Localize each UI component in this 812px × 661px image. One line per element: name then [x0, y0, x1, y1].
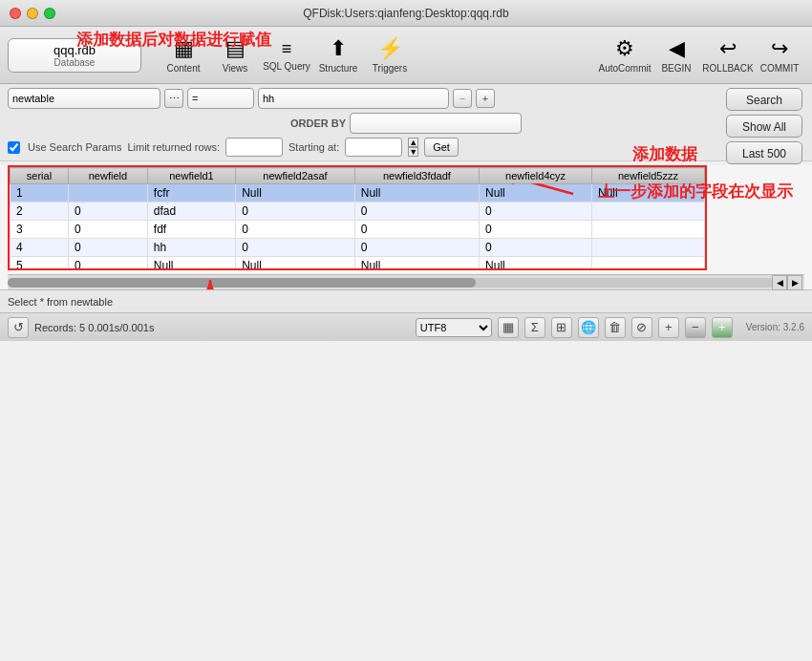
zoom-out-icon[interactable]: − [685, 317, 706, 338]
scroll-left-arrow[interactable]: ◀ [772, 275, 787, 290]
cell-newfield3fdadf[interactable]: 0 [354, 203, 479, 221]
starting-input[interactable] [345, 138, 402, 157]
table-select[interactable]: newtable [8, 88, 160, 109]
version-text: Version: 3.2.6 [746, 322, 804, 332]
cell-newfield1[interactable]: fcfr [147, 184, 235, 203]
cell-newfield5zzz[interactable] [592, 257, 705, 271]
rollback-label: ROLLBACK [702, 63, 753, 74]
last500-button[interactable]: Last 500 [726, 141, 802, 164]
cell-serial[interactable]: 5 [11, 257, 69, 271]
cell-serial[interactable]: 2 [11, 203, 69, 221]
cell-newfield3fdadf[interactable]: 0 [354, 221, 479, 239]
zoom-in-icon[interactable]: + [658, 317, 679, 338]
cell-newfield4cyz[interactable]: 0 [480, 221, 592, 239]
database-selector[interactable]: qqq.rdb Database [8, 38, 141, 73]
cell-serial[interactable]: 1 [11, 184, 69, 203]
get-button[interactable]: Get [424, 138, 459, 157]
autocommit-btn[interactable]: ⚙ AutoCommit [600, 31, 650, 80]
cell-newfield[interactable]: 0 [68, 221, 147, 239]
table-row[interactable]: 40hh000 [11, 239, 705, 257]
grid-icon[interactable]: ⊞ [551, 317, 572, 338]
table-icon-btn[interactable]: ⋯ [164, 89, 183, 108]
triggers-icon: ⚡ [377, 36, 403, 61]
rollback-icon: ↩ [719, 36, 737, 61]
scrollbar-thumb[interactable] [8, 278, 476, 288]
cell-serial[interactable]: 4 [11, 239, 69, 257]
prohibit-icon[interactable]: ⊘ [631, 317, 652, 338]
cell-newfield3fdadf[interactable]: 0 [354, 239, 479, 257]
cell-newfield3fdadf[interactable]: Null [354, 257, 479, 271]
table-row[interactable]: 20dfad000 [11, 203, 705, 221]
scroll-right-arrow[interactable]: ▶ [787, 275, 802, 290]
add-row-icon[interactable]: + [712, 317, 733, 338]
cell-newfield4cyz[interactable]: 0 [480, 203, 592, 221]
operator-select[interactable]: = [187, 88, 254, 109]
cell-newfield5zzz[interactable] [592, 203, 705, 221]
use-search-checkbox[interactable] [8, 141, 20, 154]
cell-newfield5zzz[interactable]: Null [592, 184, 705, 203]
order-by-select[interactable] [350, 113, 522, 134]
cell-newfield4cyz[interactable]: Null [480, 184, 592, 203]
globe-icon[interactable]: 🌐 [578, 317, 599, 338]
table-wrapper[interactable]: serial newfield newfield1 newfield2asaf … [8, 165, 707, 270]
structure-btn[interactable]: ⬆ Structure [313, 31, 363, 80]
query-row1: newtable ⋯ = hh − + [8, 88, 804, 109]
cell-newfield2asaf[interactable]: Null [236, 184, 355, 203]
commit-btn[interactable]: ↪ COMMIT [755, 31, 804, 80]
views-label: Views [223, 63, 248, 74]
scrollbar-track[interactable] [8, 278, 787, 288]
table-row[interactable]: 30fdf000 [11, 221, 705, 239]
table-icon[interactable]: ▦ [498, 317, 519, 338]
cell-newfield5zzz[interactable] [592, 239, 705, 257]
query-bar: newtable ⋯ = hh − + ORDER BY Use Search … [0, 84, 812, 161]
views-icon: ▤ [225, 36, 246, 61]
cell-newfield[interactable]: 0 [68, 257, 147, 271]
cell-newfield4cyz[interactable]: Null [480, 257, 592, 271]
cell-newfield1[interactable]: hh [147, 239, 235, 257]
stepper-down[interactable]: ▼ [408, 147, 418, 157]
encoding-select[interactable]: UTF8 [416, 318, 492, 337]
remove-condition-btn[interactable]: − [453, 89, 472, 108]
db-label: Database [54, 57, 96, 68]
cell-newfield3fdadf[interactable]: Null [354, 184, 479, 203]
cell-newfield[interactable]: 0 [68, 203, 147, 221]
query-row2: ORDER BY [8, 113, 804, 134]
cell-serial[interactable]: 3 [11, 221, 69, 239]
add-condition-btn[interactable]: + [476, 89, 495, 108]
cell-newfield2asaf[interactable]: 0 [236, 221, 355, 239]
rollback-btn[interactable]: ↩ ROLLBACK [703, 31, 753, 80]
sql-query-btn[interactable]: ≡ SQL Query [262, 31, 311, 80]
value-select[interactable]: hh [258, 88, 449, 109]
table-row[interactable]: 50NullNullNullNull [11, 257, 705, 271]
cell-newfield4cyz[interactable]: 0 [480, 239, 592, 257]
maximize-btn[interactable] [44, 8, 55, 19]
cell-newfield2asaf[interactable]: Null [236, 257, 355, 271]
show-all-button[interactable]: Show All [726, 115, 802, 138]
status-query: Select * from newtable [8, 296, 113, 308]
triggers-btn[interactable]: ⚡ Triggers [365, 31, 415, 80]
table-row[interactable]: 1fcfrNullNullNullNull [11, 184, 705, 203]
sql-label: SQL Query [263, 61, 310, 72]
limit-label: Limit returned rows: [127, 141, 220, 153]
content-btn[interactable]: ▦ Content [159, 31, 208, 80]
minimize-btn[interactable] [27, 8, 38, 19]
begin-btn[interactable]: ◀ BEGIN [652, 31, 701, 80]
cell-newfield2asaf[interactable]: 0 [236, 203, 355, 221]
cell-newfield1[interactable]: fdf [147, 221, 235, 239]
cell-newfield[interactable]: 0 [68, 239, 147, 257]
sum-icon[interactable]: Σ [524, 317, 545, 338]
refresh-btn[interactable]: ↺ [8, 317, 29, 338]
cell-newfield1[interactable]: Null [147, 257, 235, 271]
col-newfield3fdadf: newfield3fdadf [354, 168, 479, 184]
close-btn[interactable] [10, 8, 21, 19]
limit-input[interactable] [225, 138, 283, 157]
views-btn[interactable]: ▤ Views [210, 31, 260, 80]
cell-newfield[interactable] [68, 184, 147, 203]
stepper-up[interactable]: ▲ [408, 138, 418, 147]
cell-newfield2asaf[interactable]: 0 [236, 239, 355, 257]
delete-icon[interactable]: 🗑 [605, 317, 626, 338]
search-button[interactable]: Search [726, 88, 802, 111]
structure-label: Structure [319, 63, 358, 74]
cell-newfield5zzz[interactable] [592, 221, 705, 239]
cell-newfield1[interactable]: dfad [147, 203, 235, 221]
